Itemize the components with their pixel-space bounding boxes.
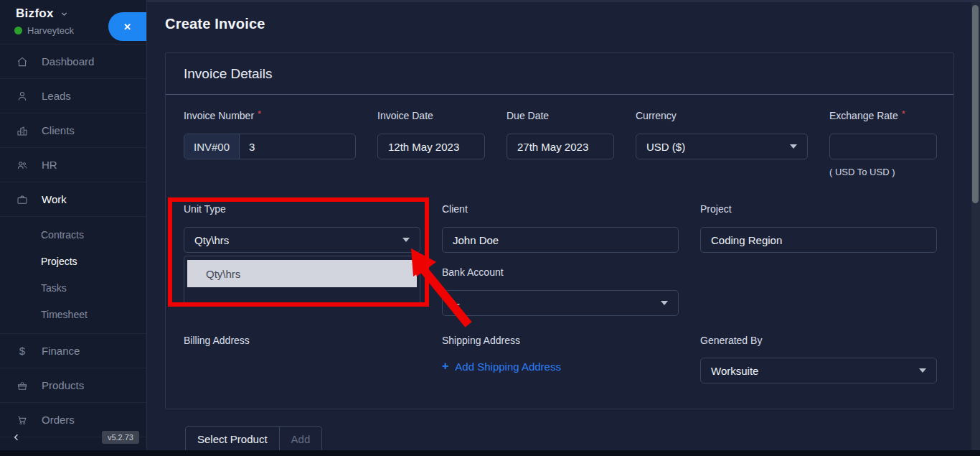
workspace-name: Harveyteck	[27, 25, 74, 36]
sidebar-item-label: HR	[42, 159, 57, 171]
field-label: Invoice Number*	[184, 111, 356, 121]
page-title: Create Invoice	[165, 16, 265, 32]
unit-type-select[interactable]: Qty\hrs	[184, 227, 420, 253]
unit-type-field: Unit Type Qty\hrs	[184, 204, 420, 253]
brand-menu[interactable]: Bizfox	[16, 6, 69, 21]
select-product-button[interactable]: Select Product	[185, 426, 280, 452]
currency-select[interactable]: USD ($)	[636, 134, 808, 159]
sidebar-subitem-timesheet[interactable]: Timesheet	[0, 301, 146, 327]
sidebar-item-leads[interactable]: Leads	[0, 79, 146, 113]
home-icon	[16, 55, 29, 68]
subitem-label: Timesheet	[41, 309, 88, 320]
required-marker: *	[258, 108, 261, 119]
caret-down-icon	[402, 238, 410, 242]
field-label: Bank Account	[442, 267, 679, 277]
add-shipping-address-label: Add Shipping Address	[455, 360, 561, 373]
project-value: Coding Region	[711, 234, 782, 246]
close-sidebar-button[interactable]: ✕	[108, 12, 146, 41]
caret-down-icon	[661, 301, 668, 305]
exchange-rate-hint: ( USD To USD )	[829, 167, 937, 177]
sidebar-item-dashboard[interactable]: Dashboard	[0, 45, 146, 79]
bank-account-value: --	[453, 297, 460, 310]
sidebar-nav: Dashboard Leads Clients HR	[0, 45, 146, 437]
sidebar-subitem-tasks[interactable]: Tasks	[0, 274, 146, 301]
client-field: Client John Doe	[442, 204, 679, 253]
unit-type-option[interactable]: Qty\hrs	[187, 260, 417, 287]
field-label: Currency	[636, 111, 808, 121]
sidebar-footer: v5.2.73	[0, 424, 146, 450]
invoice-number-prefix: INV#00	[184, 134, 240, 159]
collapse-sidebar-button[interactable]	[11, 432, 22, 442]
field-label: Exchange Rate*	[829, 111, 937, 121]
sidebar-item-label: Work	[42, 193, 67, 205]
app-root: Bizfox Harveyteck ✕ Dashboard	[0, 0, 980, 456]
work-submenu: Contracts Projects Tasks Timesheet	[0, 217, 146, 334]
field-label: Unit Type	[184, 204, 420, 214]
scrollbar-thumb[interactable]	[972, 5, 979, 203]
sidebar-subitem-projects[interactable]: Projects	[0, 248, 146, 274]
add-shipping-address-link[interactable]: + Add Shipping Address	[442, 360, 561, 373]
invoice-number-input[interactable]: INV#00 3	[184, 134, 356, 159]
close-icon: ✕	[123, 22, 131, 32]
client-input[interactable]: John Doe	[442, 227, 679, 253]
plus-icon: +	[442, 360, 448, 373]
people-icon	[16, 159, 29, 172]
sidebar-item-label: Products	[42, 379, 84, 391]
sidebar-item-label: Dashboard	[42, 55, 94, 68]
sidebar-item-products[interactable]: Products	[0, 368, 146, 403]
person-icon	[16, 90, 29, 103]
invoice-date-input[interactable]: 12th May 2023	[377, 134, 485, 159]
exchange-rate-field: Exchange Rate* ( USD To USD )	[829, 111, 937, 177]
subitem-label: Projects	[41, 256, 77, 267]
currency-value: USD ($)	[646, 141, 685, 153]
add-product-button[interactable]: Add	[279, 426, 323, 452]
project-input[interactable]: Coding Region	[700, 227, 937, 253]
billing-address-field: Billing Address	[184, 335, 250, 358]
basket-icon	[16, 379, 29, 392]
generated-by-value: Worksuite	[711, 365, 758, 377]
subitem-label: Contracts	[41, 229, 84, 241]
scrollbar[interactable]	[971, 2, 980, 452]
currency-field: Currency USD ($)	[636, 111, 808, 159]
section-title: Invoice Details	[166, 53, 953, 95]
generated-by-select[interactable]: Worksuite	[700, 358, 937, 383]
caret-down-icon	[919, 368, 926, 373]
due-date-input[interactable]: 27th May 2023	[507, 134, 614, 159]
field-label: Generated By	[700, 335, 937, 345]
brand-name: Bizfox	[16, 6, 54, 21]
workspace: Harveyteck	[14, 25, 74, 36]
invoice-number-value: 3	[240, 141, 255, 153]
sidebar-item-label: Clients	[42, 124, 75, 136]
sidebar-item-clients[interactable]: Clients	[0, 113, 146, 148]
sidebar-item-work[interactable]: Work	[0, 182, 146, 217]
field-label: Billing Address	[184, 335, 250, 345]
field-label: Invoice Date	[377, 111, 485, 121]
shipping-address-field: Shipping Address + Add Shipping Address	[442, 335, 561, 373]
field-label: Project	[700, 204, 937, 214]
invoice-details-card: Invoice Details Invoice Number* INV#00 3…	[165, 52, 954, 409]
sidebar: Bizfox Harveyteck ✕ Dashboard	[0, 0, 147, 450]
invoice-number-field: Invoice Number* INV#00 3	[184, 111, 356, 159]
dollar-icon: $	[16, 345, 29, 358]
product-bar: Select Product Add	[185, 426, 322, 452]
online-status-dot	[14, 27, 22, 34]
building-icon	[16, 124, 29, 137]
chevron-left-icon	[11, 432, 22, 442]
sidebar-header: Bizfox Harveyteck ✕	[0, 0, 146, 45]
project-field: Project Coding Region	[700, 204, 937, 253]
invoice-date-value: 12th May 2023	[388, 141, 459, 153]
bank-account-select[interactable]: --	[442, 290, 679, 316]
unit-type-dropdown: Qty\hrs	[184, 256, 420, 306]
unit-type-value: Qty\hrs	[194, 234, 229, 246]
sidebar-item-hr[interactable]: HR	[0, 148, 146, 182]
bank-account-field: Bank Account --	[442, 267, 679, 316]
main-content: Create Invoice Invoice Details Invoice N…	[147, 0, 980, 450]
due-date-field: Due Date 27th May 2023	[507, 111, 614, 159]
required-marker: *	[902, 108, 905, 119]
sidebar-item-finance[interactable]: $ Finance	[0, 334, 146, 368]
chevron-down-icon	[60, 9, 69, 19]
subitem-label: Tasks	[41, 282, 67, 294]
sidebar-subitem-contracts[interactable]: Contracts	[0, 221, 146, 248]
exchange-rate-input[interactable]	[829, 134, 937, 159]
due-date-value: 27th May 2023	[517, 141, 588, 153]
